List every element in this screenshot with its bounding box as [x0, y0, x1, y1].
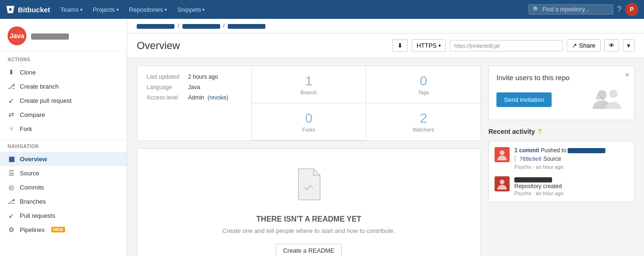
user-avatar[interactable]: P [625, 3, 638, 16]
compare-icon: ⇄ [8, 111, 15, 118]
forks-stat: 0 Forks [252, 103, 366, 140]
content-area: Last updated 2 hours ago Language Java A… [127, 58, 644, 256]
clone-icon: ⬇ [8, 68, 15, 76]
topnav-right: 🔍 Find a repository... ? P [528, 3, 638, 16]
search-icon: 🔍 [533, 6, 540, 13]
chevron-down-icon: ▾ [627, 42, 630, 49]
action-create-pull-request[interactable]: ↙ Create pull request [0, 93, 127, 107]
nav-pull-requests[interactable]: ↙ Pull requests [0, 208, 127, 223]
file-icon [147, 168, 471, 207]
repo-name [31, 32, 69, 40]
send-invitation-button[interactable]: Send invitation [496, 92, 552, 107]
topnav-snippets[interactable]: Snippets ▾ [173, 4, 210, 15]
breadcrumb-link-3[interactable] [228, 23, 265, 29]
revoke-link[interactable]: (revoke) [207, 94, 228, 101]
action-compare[interactable]: ⇄ Compare [0, 107, 127, 122]
logo[interactable]: Bitbucket [6, 5, 50, 14]
activity-avatar-2 [495, 176, 510, 191]
breadcrumb: / / [127, 19, 644, 33]
language-label: Language [147, 84, 184, 91]
action-fork[interactable]: ⑂ Fork [0, 122, 127, 136]
topnav-repositories[interactable]: Repositories ▾ [124, 4, 172, 15]
overview-icon: ▦ [8, 155, 15, 163]
tags-count: 0 [374, 74, 473, 89]
action-clone[interactable]: ⬇ Clone [0, 65, 127, 79]
rss-icon[interactable]: ⍑ [538, 128, 542, 135]
nav-source[interactable]: ☰ Source [0, 166, 127, 180]
create-readme-button[interactable]: Create a README [276, 244, 341, 256]
activity-item-created: Repository created Psycho · an hour ago [495, 176, 628, 196]
nav-overview[interactable]: ▦ Overview [0, 152, 127, 166]
invite-card: × Invite users to this repo Send invitat… [488, 66, 635, 120]
more-options-button[interactable]: ▾ [623, 39, 635, 52]
branches-icon: ⎇ [8, 198, 15, 205]
invite-graphic [589, 87, 627, 112]
recent-activity-title: Recent activity ⍑ [488, 128, 635, 135]
actions-section-label: ACTIONS [0, 57, 127, 65]
access-level-label: Access level [147, 94, 184, 101]
recent-activity-section: Recent activity ⍑ 1 commit [488, 128, 635, 202]
overview-header: Overview ⬇ HTTPS ▾ ↗ Share 👁 ▾ [127, 33, 644, 58]
activity-card: 1 commit Pushed to 788b9e0 Source Psych [488, 141, 635, 202]
overview-card: Last updated 2 hours ago Language Java A… [137, 66, 481, 256]
share-icon: ↗ [572, 42, 577, 49]
readme-title: THERE ISN'T A README YET [147, 215, 471, 223]
watch-button[interactable]: 👁 [604, 39, 619, 52]
svg-point-1 [609, 90, 618, 98]
invite-row: Send invitation [496, 87, 627, 112]
watchers-label: Watchers [374, 127, 473, 132]
clone-url-input[interactable] [450, 40, 563, 51]
topnav-teams[interactable]: Teams ▾ [56, 4, 87, 15]
watchers-count: 2 [374, 111, 473, 126]
commit-line: 788b9e0 Source [514, 156, 605, 162]
chevron-down-icon: ▾ [165, 7, 167, 12]
access-level-value: Admin (revoke) [188, 94, 228, 101]
pull-request-icon: ↙ [8, 97, 15, 104]
sidebar: Java ACTIONS ⬇ Clone ⎇ Create branch ↙ C… [0, 19, 127, 256]
watchers-stat: 2 Watchers [366, 103, 480, 140]
topnav-menu: Teams ▾ Projects ▾ Repositories ▾ Snippe… [56, 4, 527, 15]
search-input[interactable]: 🔍 Find a repository... [528, 4, 613, 15]
nav-pipelines[interactable]: ⚙ Pipelines NEW [0, 223, 127, 237]
readme-description: Create one and tell people where to star… [147, 227, 471, 234]
nav-commits[interactable]: ◎ Commits [0, 180, 127, 194]
invite-title: Invite users to this repo [496, 74, 627, 82]
share-button[interactable]: ↗ Share [567, 39, 601, 52]
commit-message: Source [543, 156, 561, 162]
page-title: Overview [137, 40, 180, 52]
clone-protocol-button[interactable]: HTTPS ▾ [412, 39, 446, 52]
bitbucket-logo-icon [6, 5, 15, 14]
access-level-row: Access level Admin (revoke) [147, 94, 242, 101]
activity-content-1: 1 commit Pushed to 788b9e0 Source Psych [514, 147, 605, 170]
pushed-to-target [568, 148, 605, 153]
help-icon[interactable]: ? [617, 5, 621, 14]
activity-content-2: Repository created Psycho · an hour ago [514, 176, 563, 196]
commit-count-link[interactable]: 1 commit [514, 147, 539, 154]
pipelines-icon: ⚙ [8, 226, 15, 233]
topnav-projects[interactable]: Projects ▾ [88, 4, 124, 15]
pushed-to-label: Pushed to [541, 147, 568, 154]
svg-point-3 [500, 150, 504, 155]
activity-time-2: Psycho · an hour ago [514, 190, 563, 196]
download-button[interactable]: ⬇ [392, 39, 408, 52]
main-layout: Java ACTIONS ⬇ Clone ⎇ Create branch ↙ C… [0, 19, 644, 256]
last-updated-label: Last updated [147, 74, 184, 80]
fork-icon: ⑂ [8, 125, 15, 132]
activity-item-commit: 1 commit Pushed to 788b9e0 Source Psych [495, 147, 628, 170]
breadcrumb-link-2[interactable] [182, 23, 220, 29]
breadcrumb-link-1[interactable] [137, 23, 174, 29]
source-icon: ☰ [8, 169, 15, 177]
action-create-branch[interactable]: ⎇ Create branch [0, 79, 127, 93]
commit-hash: 788b9e0 [520, 156, 541, 162]
overview-actions: ⬇ HTTPS ▾ ↗ Share 👁 ▾ [392, 39, 635, 52]
nav-branches[interactable]: ⎇ Branches [0, 194, 127, 208]
pipelines-new-badge: NEW [51, 227, 65, 232]
svg-point-4 [500, 180, 504, 184]
tags-stat: 0 Tags [366, 66, 480, 103]
right-panel: × Invite users to this repo Send invitat… [488, 66, 635, 256]
last-updated-row: Last updated 2 hours ago [147, 74, 242, 80]
chevron-down-icon: ▾ [116, 7, 119, 12]
invite-close-button[interactable]: × [625, 71, 629, 79]
topnav: Bitbucket Teams ▾ Projects ▾ Repositorie… [0, 0, 644, 19]
repo-created-label: Repository created [514, 183, 563, 190]
